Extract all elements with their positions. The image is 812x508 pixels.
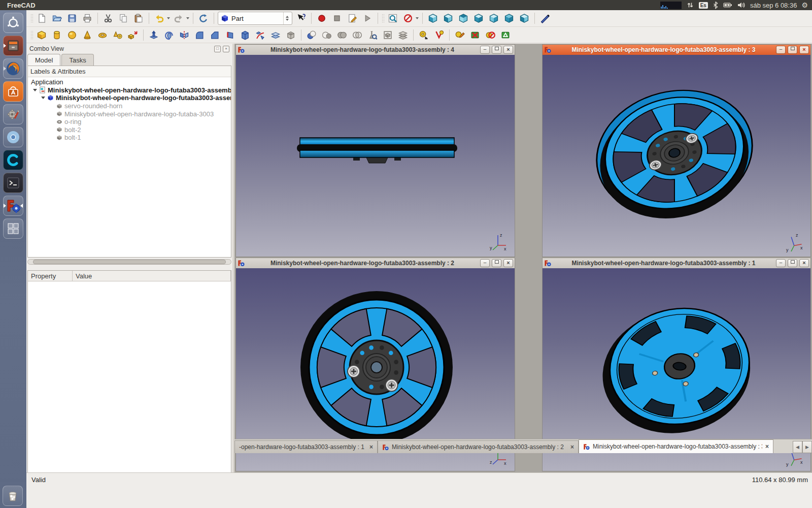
launcher-firefox[interactable] [3, 58, 23, 79]
mdi-tab-2[interactable]: Miniskybot-wheel-open-hardware-logo-futa… [378, 440, 579, 453]
tree-root[interactable]: Application [30, 78, 231, 86]
window-titlebar[interactable]: Miniskybot-wheel-open-hardware-logo-futa… [543, 45, 810, 55]
view-bottom-button[interactable] [502, 12, 516, 25]
close-button[interactable]: × [799, 46, 809, 54]
launcher-software-center[interactable] [3, 81, 23, 102]
tab-close-icon[interactable]: × [369, 443, 373, 451]
part-revolve-button[interactable] [162, 28, 176, 42]
part-mirror-button[interactable] [178, 28, 191, 42]
launcher-system-settings[interactable] [3, 104, 23, 124]
minimize-button[interactable]: – [776, 259, 786, 267]
part-primitives-button[interactable] [111, 28, 124, 42]
view-top-button[interactable] [457, 12, 470, 25]
view-axonometric-button[interactable] [426, 12, 439, 25]
tab-scroll-right-button[interactable]: ▶ [802, 441, 812, 453]
part-cone-button[interactable] [81, 28, 94, 42]
undo-button[interactable] [153, 12, 166, 25]
minimize-button[interactable]: – [480, 46, 490, 54]
measure-linear-button[interactable] [417, 28, 430, 42]
panel-float-button[interactable]: □ [214, 46, 221, 52]
part-intersection-button[interactable] [351, 28, 364, 42]
part-torus-button[interactable] [96, 28, 109, 42]
measure-toggle-all-button[interactable] [484, 28, 497, 42]
window-titlebar[interactable]: Miniskybot-wheel-open-hardware-logo-futa… [236, 45, 515, 55]
launcher-freecad[interactable] [3, 196, 23, 216]
tree-assembly[interactable]: Miniskybot-wheel-open-hardware-logo-futa… [30, 94, 231, 102]
measure-refresh-button[interactable] [453, 28, 466, 42]
view-front-button[interactable] [442, 12, 455, 25]
toolbar-drag-handle[interactable] [30, 30, 33, 40]
wheel-model-side[interactable] [296, 136, 458, 173]
part-loft-button[interactable] [239, 28, 252, 42]
part-fillet-button[interactable] [193, 28, 206, 42]
minimize-button[interactable]: – [480, 259, 490, 267]
draw-style-button[interactable] [401, 12, 415, 25]
restore-button[interactable] [788, 259, 797, 267]
network-arrows-icon[interactable] [686, 1, 694, 9]
whats-this-button[interactable] [294, 12, 308, 25]
macro-edit-button[interactable] [346, 12, 359, 25]
part-union-button[interactable] [335, 28, 349, 42]
tree-item-o-ring[interactable]: o-ring [30, 118, 231, 126]
save-button[interactable] [65, 12, 79, 25]
tree-document[interactable]: Miniskybot-wheel-open-hardware-logo-futa… [30, 86, 231, 94]
print-button[interactable] [81, 12, 94, 25]
macro-record-button[interactable] [315, 12, 328, 25]
redo-button[interactable] [172, 12, 185, 25]
part-cross-sections-button[interactable] [396, 28, 410, 42]
cut-button[interactable] [101, 12, 115, 25]
mdi-tab-3[interactable]: Miniskybot-wheel-open-hardware-logo-futa… [579, 439, 773, 453]
part-shape-builder-button[interactable] [126, 28, 140, 42]
part-cut-button[interactable] [320, 28, 333, 42]
panel-close-button[interactable]: × [223, 46, 229, 52]
launcher-files[interactable] [3, 36, 23, 56]
clock[interactable]: sáb sep 6 08:36 [750, 2, 797, 9]
view-right-button[interactable] [472, 12, 485, 25]
fit-all-button[interactable] [386, 12, 399, 25]
tab-scroll-left-button[interactable]: ◀ [793, 441, 802, 453]
refresh-button[interactable] [197, 12, 210, 25]
open-button[interactable] [50, 12, 63, 25]
tree-header[interactable]: Labels & Attributes [28, 66, 231, 77]
launcher-workspace-switcher[interactable] [3, 218, 23, 239]
close-button[interactable]: × [799, 259, 809, 267]
bluetooth-icon[interactable] [713, 1, 719, 9]
session-gear-icon[interactable]: ⚙ [801, 2, 808, 9]
keyboard-layout-indicator[interactable]: Es [699, 2, 708, 9]
part-chamfer-button[interactable] [208, 28, 221, 42]
view-rear-button[interactable] [487, 12, 500, 25]
mdi-tab-1[interactable]: -open-hardware-logo-futaba3003-assembly … [234, 440, 378, 453]
paste-button[interactable] [132, 12, 145, 25]
viewport-side[interactable]: zxy [236, 55, 515, 257]
part-cylinder-button[interactable] [50, 28, 63, 42]
tab-model[interactable]: Model [27, 54, 60, 66]
redo-dropdown[interactable] [186, 17, 189, 19]
tree-item-bolt-2[interactable]: bolt-2 [30, 126, 231, 134]
system-monitor-graph-icon[interactable] [660, 2, 682, 9]
measure-clear-all-button[interactable] [468, 28, 482, 42]
part-offset-button[interactable] [269, 28, 282, 42]
wheel-model-rear[interactable] [568, 277, 791, 455]
expander-icon[interactable] [33, 89, 37, 91]
toolbar-drag-handle[interactable] [382, 14, 384, 23]
new-button[interactable] [35, 12, 48, 25]
window-titlebar[interactable]: Miniskybot-wheel-open-hardware-logo-futa… [543, 258, 810, 269]
expander-icon[interactable] [41, 97, 45, 99]
viewport-isometric[interactable]: zxy [543, 55, 810, 257]
tree-item-bolt-1[interactable]: bolt-1 [30, 134, 231, 142]
launcher-chromium[interactable] [3, 127, 23, 147]
launcher-dash-home[interactable] [3, 13, 23, 33]
launcher-clementine[interactable] [3, 150, 23, 170]
launcher-terminal[interactable] [3, 173, 23, 193]
tab-tasks[interactable]: Tasks [61, 54, 93, 66]
part-boolean-button[interactable] [305, 28, 318, 42]
battery-icon[interactable] [723, 1, 732, 9]
wheel-model-front[interactable] [280, 271, 473, 464]
minimize-button[interactable]: – [776, 46, 786, 54]
scrollbar-thumb[interactable] [33, 260, 226, 264]
part-sphere-button[interactable] [65, 28, 79, 42]
workbench-selector[interactable]: Part [218, 12, 292, 25]
tab-close-icon[interactable]: × [570, 443, 574, 451]
part-extrude-button[interactable] [147, 28, 160, 42]
restore-button[interactable] [492, 46, 501, 54]
